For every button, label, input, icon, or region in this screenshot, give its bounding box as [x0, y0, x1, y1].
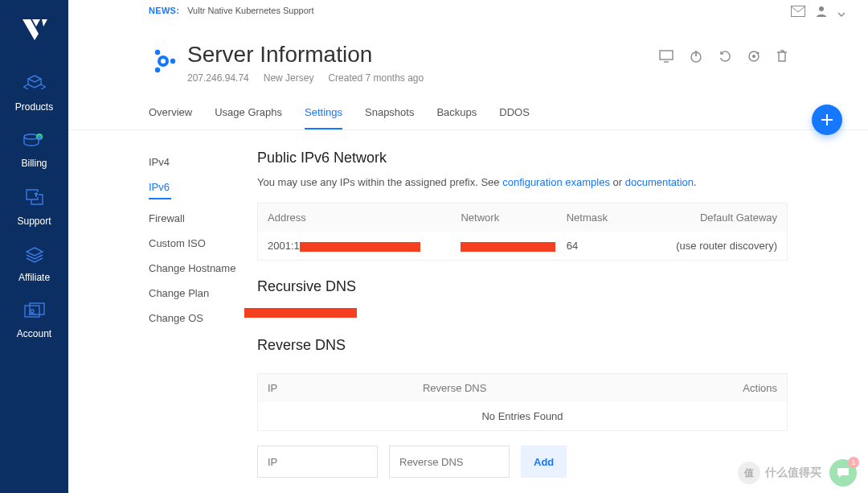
cell-gateway: (use router discovery): [654, 240, 777, 252]
restart-icon[interactable]: [719, 50, 731, 66]
redacted-network: [461, 242, 555, 252]
support-icon: ?: [23, 188, 46, 211]
news-label: NEWS:: [149, 6, 179, 15]
subnav-firewall[interactable]: Firewall: [149, 206, 257, 231]
sidebar-label: Support: [17, 216, 51, 227]
sidebar: Products $ Billing ? Support Affiliate A…: [0, 0, 68, 493]
subnav-change-plan[interactable]: Change Plan: [149, 281, 257, 306]
svg-point-18: [757, 52, 760, 55]
svg-rect-8: [792, 6, 805, 17]
tabs: Overview Usage Graphs Settings Snapshots…: [68, 98, 868, 130]
col-ip: IP: [268, 382, 423, 394]
link-config-examples[interactable]: configuration examples: [502, 176, 610, 188]
col-netmask: Netmask: [567, 212, 654, 224]
sidebar-item-products[interactable]: Products: [0, 64, 68, 122]
cell-netmask: 64: [567, 240, 654, 252]
reverse-dns-table: IP Reverse DNS Actions No Entries Found: [257, 373, 788, 431]
affiliate-icon: [23, 246, 46, 267]
ipv6-row: 2001:1 64 (use router discovery): [258, 232, 787, 260]
news-bar: NEWS: Vultr Native Kubernetes Support: [68, 0, 868, 21]
watermark: 值 什么值得买 1: [738, 459, 857, 487]
svg-point-17: [752, 55, 755, 58]
col-network: Network: [461, 212, 566, 224]
reverse-dns-form: Add: [257, 446, 788, 478]
page-header: Server Information 207.246.94.74 New Jer…: [68, 21, 868, 98]
topbar-actions: [791, 5, 845, 21]
ipv6-subtext: You may use any IPs within the assigned …: [257, 176, 788, 188]
redacted-address: [300, 242, 420, 252]
account-icon: [23, 302, 46, 323]
server-location: New Jersey: [264, 72, 314, 84]
svg-point-13: [155, 68, 160, 72]
os-ubuntu-icon: [149, 47, 178, 76]
chevron-down-icon[interactable]: [837, 6, 845, 20]
subnav-change-os[interactable]: Change OS: [149, 306, 257, 331]
tab-ddos[interactable]: DDOS: [499, 98, 530, 129]
tab-usage-graphs[interactable]: Usage Graphs: [215, 98, 282, 129]
tab-overview[interactable]: Overview: [149, 98, 192, 129]
section-reverse-dns-title: Reverse DNS: [257, 337, 788, 354]
console-icon[interactable]: [659, 50, 674, 66]
svg-point-11: [170, 59, 175, 64]
svg-point-9: [819, 6, 824, 11]
sidebar-label: Affiliate: [18, 272, 50, 283]
tab-settings[interactable]: Settings: [305, 98, 342, 129]
subnav-ipv4[interactable]: IPv4: [149, 150, 257, 175]
watermark-badge-icon: 值: [738, 462, 760, 484]
reverse-empty: No Entries Found: [258, 402, 787, 430]
input-reverse-dns[interactable]: [389, 446, 510, 478]
svg-point-12: [155, 50, 160, 55]
sidebar-label: Billing: [21, 158, 47, 169]
server-created: Created 7 months ago: [328, 72, 424, 84]
input-ip[interactable]: [257, 446, 378, 478]
cell-address-prefix: 2001:1: [268, 240, 300, 252]
tab-backups[interactable]: Backups: [436, 98, 477, 129]
server-ip: 207.246.94.74: [187, 72, 249, 84]
news-link[interactable]: Vultr Native Kubernetes Support: [187, 6, 313, 15]
sidebar-item-billing[interactable]: $ Billing: [0, 122, 68, 179]
chat-bubble[interactable]: 1: [829, 459, 857, 487]
sidebar-label: Account: [17, 328, 51, 339]
svg-point-10: [159, 57, 167, 65]
reinstall-icon[interactable]: [747, 50, 760, 66]
page-title: Server Information: [187, 42, 424, 68]
sidebar-label: Products: [15, 101, 53, 113]
boxes-icon: [23, 74, 46, 97]
fab-add[interactable]: [812, 105, 842, 135]
tab-snapshots[interactable]: Snapshots: [365, 98, 414, 129]
user-icon[interactable]: [815, 5, 828, 21]
subnav-ipv6[interactable]: IPv6: [149, 175, 257, 206]
sidebar-item-account[interactable]: Account: [0, 293, 68, 349]
ipv6-table: Address Network Netmask Default Gateway …: [257, 203, 788, 261]
subnav-custom-iso[interactable]: Custom ISO: [149, 231, 257, 256]
col-gateway: Default Gateway: [654, 212, 777, 224]
subnav-change-hostname[interactable]: Change Hostname: [149, 256, 257, 281]
trash-icon[interactable]: [776, 50, 788, 66]
svg-rect-5: [25, 306, 39, 317]
svg-rect-14: [660, 51, 673, 60]
section-recursive-dns-title: Recursive DNS: [257, 278, 788, 295]
main-area: NEWS: Vultr Native Kubernetes Support Se…: [68, 0, 868, 493]
chat-badge: 1: [848, 457, 859, 468]
sidebar-item-support[interactable]: ? Support: [0, 179, 68, 236]
section-ipv6-title: Public IPv6 Network: [257, 150, 788, 166]
mail-icon[interactable]: [791, 6, 805, 20]
redacted-recursive-dns: [244, 308, 357, 318]
server-actions: [659, 50, 788, 66]
watermark-text: 什么值得买: [765, 466, 821, 480]
power-icon[interactable]: [690, 50, 702, 66]
col-address: Address: [268, 212, 461, 224]
add-button[interactable]: Add: [521, 446, 567, 478]
col-reverse-dns: Reverse DNS: [423, 382, 666, 394]
svg-point-7: [31, 310, 34, 313]
sidebar-item-affiliate[interactable]: Affiliate: [0, 236, 68, 293]
billing-icon: $: [23, 132, 46, 153]
brand-logo: [21, 18, 48, 42]
link-documentation[interactable]: documentation: [625, 176, 694, 188]
settings-subnav: IPv4 IPv6 Firewall Custom ISO Change Hos…: [149, 150, 257, 493]
col-actions: Actions: [666, 382, 777, 394]
